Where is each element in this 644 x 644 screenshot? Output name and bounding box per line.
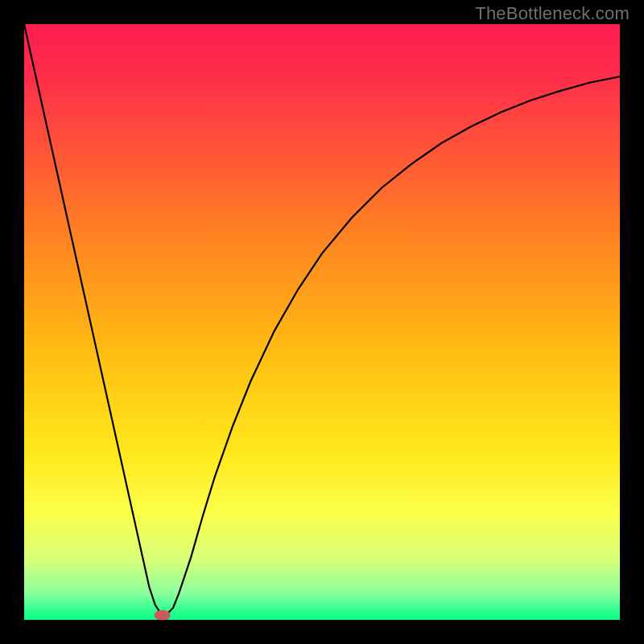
watermark-text: TheBottleneck.com [475,3,630,24]
bottleneck-curve [24,24,620,614]
curve-svg [24,24,620,620]
curve-layer [24,24,620,620]
optimum-marker [154,610,171,620]
plot-area [24,24,620,620]
chart-frame: TheBottleneck.com [0,0,644,644]
